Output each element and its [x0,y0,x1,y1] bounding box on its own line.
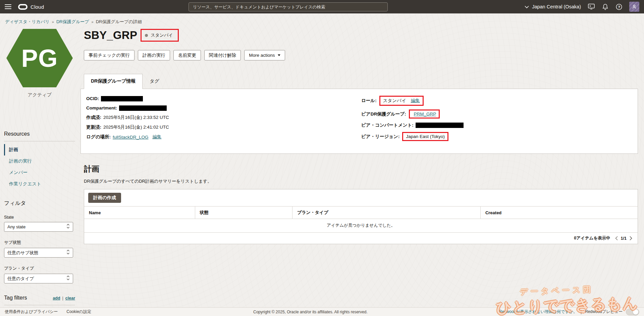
role-label: ロール: [361,98,377,104]
select-stepper-icon [66,275,70,282]
compartment-row: Compartment: [86,105,361,111]
resources-list: 計画 計画の実行 メンバー 作業リクエスト [4,144,75,190]
caret-down-icon [278,54,280,56]
log-location-edit-link[interactable]: 編集 [153,134,162,140]
region-label: Japan Central (Osaka) [532,4,581,9]
sidebar-item-work-requests[interactable]: 作業リクエスト [4,178,75,190]
filter-plan-type-label: プラン・タイプ [4,266,75,271]
tag-filters-add-link[interactable]: add [53,296,60,301]
main-content: SBY_GRP スタンバイ 事前チェックの実行 計画の実行 名前変更 関連付け解… [80,25,638,244]
footer: 使用条件およびプライバシー Cookieの設定 Copyright © 2025… [0,307,644,316]
brand-label[interactable]: Cloud [31,4,44,10]
action-buttons-row: 事前チェックの実行 計画の実行 名前変更 関連付け解除 More actions [80,50,638,60]
role-edit-link[interactable]: 編集 [411,98,420,104]
pagination-next-icon[interactable] [630,236,632,240]
plans-section-description: DR保護グループのすべてのDR計画のサマリーをリストします。 [80,178,638,184]
svg-text:?: ? [618,5,620,9]
toggle-knob [633,309,638,315]
plans-section-heading: 計画 [80,164,638,174]
plans-empty-message: アイテムが見つかりませんでした。 [84,219,638,233]
peer-group-link[interactable]: PRM_GRP [414,111,436,117]
page-layout: PG アクティブ Resources 計画 計画の実行 メンバー 作業リクエスト… [0,25,644,314]
breadcrumb-separator: » [92,20,94,24]
plan-type-select[interactable]: 任意のタイプ [4,274,73,283]
create-plan-button[interactable]: 計画の作成 [88,193,121,203]
breadcrumb-separator: » [52,20,54,24]
redwood-preview-toggle[interactable] [626,309,639,315]
user-avatar[interactable] [629,2,639,12]
peer-region-value: Japan East (Tokyo) [406,134,445,139]
select-stepper-icon [66,249,70,256]
substate-select[interactable]: 任意のサブ状態 [4,248,73,258]
redwood-preview-label: Redwoodプレビュー [585,309,623,315]
breadcrumb-current: DR保護グループの詳細 [96,19,142,25]
footer-terms-link[interactable]: 使用条件およびプライバシー [5,309,58,315]
updated-label: 更新済: [86,124,101,130]
updated-row: 更新済: 2025年5月16日(金) 2:41:02 UTC [86,124,361,130]
peer-region-label: ピア・リージョン: [361,134,399,140]
peer-compartment-label: ピア・コンパートメント: [361,122,414,128]
cloud-shell-icon[interactable] [588,3,595,10]
redwood-question-link[interactable]: Redwoodが表示されない理由は何ですか。 [499,309,577,315]
peer-compartment-row: ピア・コンパートメント: [361,122,632,128]
hamburger-menu-icon[interactable] [5,4,11,9]
notifications-bell-icon[interactable] [602,3,608,10]
pagination-prev-icon[interactable] [615,236,618,240]
breadcrumb-disaster-recovery[interactable]: ディザスタ・リカバリ [5,19,50,25]
disassociate-button[interactable]: 関連付け解除 [204,50,241,60]
ocid-row: OCID: [86,96,361,101]
page-title: SBY_GRP [84,29,137,42]
filter-plan-type: プラン・タイプ 任意のタイプ [4,266,75,283]
peer-compartment-redacted-value [416,123,464,128]
pagination-summary: 0アイテムを表示中 [574,235,610,241]
updated-value: 2025年5月16日(金) 2:41:02 UTC [103,124,169,130]
filters-heading: フィルタ [4,200,75,207]
column-header-state[interactable]: 状態 [195,207,292,219]
created-row: 作成済: 2025年5月16日(金) 2:33:52 UTC [86,115,361,121]
plans-table-card: 計画の作成 Name 状態 プラン・タイプ Created アイテムが見つかりま… [84,189,638,244]
sidebar-item-plan-executions[interactable]: 計画の実行 [4,155,75,167]
footer-cookie-settings-link[interactable]: Cookieの設定 [66,309,91,315]
info-column-left: OCID: Compartment: 作成済: 2025年5月16日(金) 2:… [86,96,361,145]
annotation-box-status: スタンバイ [141,29,179,42]
run-prechecks-button[interactable]: 事前チェックの実行 [84,50,135,60]
column-header-name[interactable]: Name [84,207,195,219]
sidebar-item-members[interactable]: メンバー [4,167,75,178]
rename-button[interactable]: 名前変更 [173,50,201,60]
region-selector[interactable]: Japan Central (Osaka) [525,4,581,10]
breadcrumb-dr-protection-groups[interactable]: DR保護グループ [56,19,89,25]
tag-filters-clear-link[interactable]: clear [65,296,75,301]
help-icon[interactable]: ? [615,3,622,10]
execute-plan-button[interactable]: 計画の実行 [138,50,170,60]
log-location-link[interactable]: fullStackDR_LOG [113,135,149,140]
annotation-box-role: スタンバイ 編集 [379,96,424,106]
annotation-box-peer-region: Japan East (Tokyo) [402,132,448,141]
more-actions-button[interactable]: More actions [244,50,285,60]
peer-region-row: ピア・リージョン: Japan East (Tokyo) [361,132,632,141]
tab-dr-protection-group-info[interactable]: DR保護グループ情報 [84,74,143,89]
sidebar: PG アクティブ Resources 計画 計画の実行 メンバー 作業リクエスト… [4,25,75,314]
breadcrumb: ディザスタ・リカバリ » DR保護グループ » DR保護グループの詳細 [0,13,644,25]
substate-select-value: 任意のサブ状態 [7,250,66,256]
column-header-created[interactable]: Created [480,207,638,219]
sidebar-item-plans[interactable]: 計画 [4,144,75,155]
search-input[interactable] [189,2,388,11]
tab-tags[interactable]: タグ [143,74,166,89]
ocid-redacted-value [101,96,143,101]
global-search [189,2,388,11]
state-select[interactable]: Any state [4,222,73,232]
created-label: 作成済: [86,115,101,121]
role-row: ロール: スタンバイ 編集 [361,96,632,106]
plans-table-toolbar: 計画の作成 [84,189,638,207]
log-location-row: ログの場所: fullStackDR_LOG 編集 [86,134,361,140]
column-header-plan-type[interactable]: プラン・タイプ [292,207,480,219]
more-actions-label: More actions [249,53,275,58]
plans-table-header-row: Name 状態 プラン・タイプ Created [84,207,638,219]
oci-console-page: Cloud Japan Central (Osaka) ? [0,0,644,316]
oracle-logo-icon[interactable] [18,4,28,10]
info-panel: OCID: Compartment: 作成済: 2025年5月16日(金) 2:… [80,89,638,154]
pg-hexagon-label: PG [21,44,58,73]
filter-substate: サブ状態 任意のサブ状態 [4,240,75,258]
footer-copyright: Copyright © 2025, Oracle and/or its affi… [253,310,368,314]
divider [4,305,75,305]
